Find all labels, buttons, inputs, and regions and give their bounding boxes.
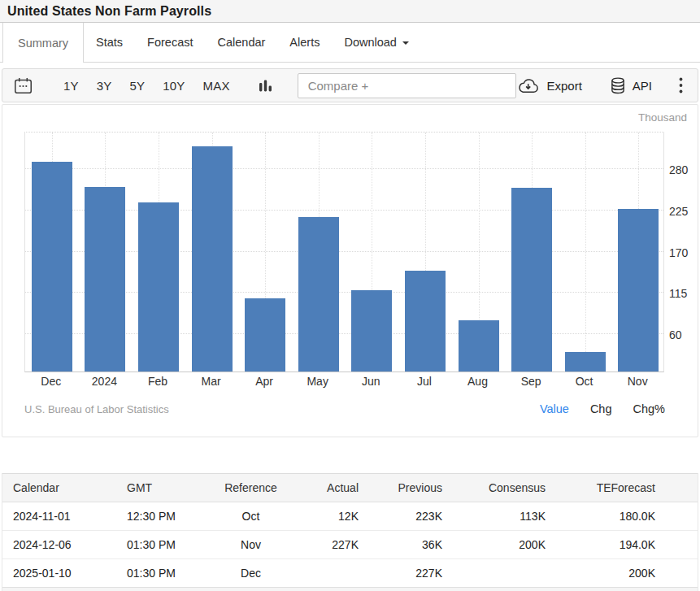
chart-bar[interactable] bbox=[511, 188, 552, 372]
table-cell: 01:30 PM bbox=[115, 559, 204, 588]
tab-calendar[interactable]: Calendar bbox=[206, 23, 278, 62]
chart-bar[interactable] bbox=[405, 271, 446, 372]
h-gridline bbox=[25, 168, 663, 169]
table-cell: 113K bbox=[446, 502, 550, 531]
chart-bar[interactable] bbox=[192, 146, 233, 372]
table-column-header: Actual bbox=[298, 474, 363, 502]
toolbar-right-group: Export API bbox=[517, 77, 686, 94]
table-cell bbox=[446, 559, 550, 588]
table-cell: 2024-12-06 bbox=[2, 531, 115, 559]
table-row[interactable]: 2024-12-0601:30 PMNov227K36K200K194.0K bbox=[2, 531, 698, 559]
chart-bar[interactable] bbox=[298, 217, 339, 372]
range-1y-button[interactable]: 1Y bbox=[54, 79, 88, 93]
table-cell: 227K bbox=[363, 559, 446, 588]
table-cell: 12K bbox=[298, 502, 363, 531]
v-gridline bbox=[585, 133, 586, 372]
date-range-picker-button[interactable] bbox=[14, 77, 33, 94]
x-tick-label: 2024 bbox=[78, 375, 132, 388]
table-column-header: Previous bbox=[363, 474, 446, 502]
chart-bar[interactable] bbox=[138, 202, 179, 372]
value-mode-link[interactable]: Value bbox=[540, 402, 569, 415]
chgpct-mode-link[interactable]: Chg% bbox=[633, 402, 666, 415]
table-cell bbox=[298, 559, 363, 588]
chart-bar[interactable] bbox=[85, 187, 125, 372]
tab-summary[interactable]: Summary bbox=[2, 23, 84, 63]
kebab-menu-icon bbox=[679, 77, 683, 93]
api-button[interactable]: API bbox=[611, 77, 652, 94]
table-bottom-strip bbox=[2, 588, 698, 591]
chart-type-button[interactable] bbox=[259, 79, 272, 93]
chart-plot bbox=[24, 132, 664, 372]
table-cell: 227K bbox=[298, 531, 363, 559]
range-3y-button[interactable]: 3Y bbox=[88, 79, 121, 93]
chevron-down-icon bbox=[402, 41, 409, 45]
source-attribution: U.S. Bureau of Labor Statistics bbox=[24, 403, 169, 415]
range-5y-button[interactable]: 5Y bbox=[121, 79, 154, 93]
chart-bar[interactable] bbox=[245, 298, 285, 372]
table-cell: 2025-01-10 bbox=[2, 559, 115, 588]
chart-card: Thousand 60115170225280 Dec2024FebMarApr… bbox=[2, 104, 698, 437]
table-cell: 12:30 PM bbox=[115, 502, 204, 531]
table-row[interactable]: 2025-01-1001:30 PMDec227K200K bbox=[2, 559, 698, 588]
database-icon bbox=[611, 77, 625, 94]
series-mode-links: Value Chg Chg% bbox=[540, 402, 665, 415]
table-cell: 223K bbox=[363, 502, 446, 531]
tab-bar: Summary Stats Forecast Calendar Alerts D… bbox=[0, 23, 700, 63]
y-tick-label: 225 bbox=[669, 205, 688, 218]
table-cell: Nov bbox=[204, 531, 298, 559]
table-column-header: Consensus bbox=[446, 474, 550, 502]
range-selector: 1Y 3Y 5Y 10Y MAX bbox=[54, 79, 239, 93]
range-10y-button[interactable]: 10Y bbox=[154, 79, 193, 93]
table-header: CalendarGMTReferenceActualPreviousConsen… bbox=[2, 474, 698, 502]
range-max-button[interactable]: MAX bbox=[194, 79, 239, 93]
tab-stats[interactable]: Stats bbox=[84, 23, 135, 62]
x-tick-label: Jun bbox=[345, 375, 398, 388]
chart-toolbar: 1Y 3Y 5Y 10Y MAX Export bbox=[2, 68, 698, 102]
export-button[interactable]: Export bbox=[517, 78, 581, 93]
chg-mode-link[interactable]: Chg bbox=[590, 402, 612, 415]
tab-forecast[interactable]: Forecast bbox=[135, 23, 205, 62]
title-bar: United States Non Farm Payrolls bbox=[0, 0, 700, 23]
table-column-header: Calendar bbox=[2, 474, 115, 502]
table-cell: 2024-11-01 bbox=[2, 502, 115, 531]
y-axis-unit-label: Thousand bbox=[638, 111, 687, 124]
y-axis-labels: 60115170225280 bbox=[669, 133, 700, 373]
x-tick-label: Mar bbox=[185, 375, 238, 388]
page: United States Non Farm Payrolls Summary … bbox=[0, 0, 700, 591]
table-column-header: Reference bbox=[204, 474, 298, 502]
table-cell: 200K bbox=[446, 531, 550, 559]
chart-bar[interactable] bbox=[618, 209, 659, 372]
tab-alerts[interactable]: Alerts bbox=[277, 23, 332, 62]
chart-bar[interactable] bbox=[565, 352, 606, 372]
tab-download[interactable]: Download bbox=[332, 23, 421, 62]
table-cell: 180.0K bbox=[550, 502, 659, 531]
bar-chart-type-icon bbox=[259, 79, 272, 93]
compare-input[interactable] bbox=[298, 73, 516, 98]
chart-footer: U.S. Bureau of Labor Statistics Value Ch… bbox=[24, 402, 665, 415]
chart-bar[interactable] bbox=[351, 290, 392, 372]
x-tick-label: Nov bbox=[611, 375, 664, 388]
calendar-table-wrap: CalendarGMTReferenceActualPreviousConsen… bbox=[2, 473, 698, 591]
x-tick-label: May bbox=[291, 375, 345, 388]
chart-bar[interactable] bbox=[459, 320, 499, 372]
page-title: United States Non Farm Payrolls bbox=[7, 4, 211, 19]
table-column-header: GMT bbox=[115, 474, 204, 502]
calendar-icon bbox=[14, 77, 33, 94]
table-cell-filler bbox=[659, 531, 698, 559]
table-cell-filler bbox=[659, 559, 698, 588]
table-cell: 194.0K bbox=[550, 531, 659, 559]
y-tick-label: 115 bbox=[669, 287, 687, 300]
table-cell: 36K bbox=[363, 531, 446, 559]
y-tick-label: 170 bbox=[669, 246, 688, 259]
table-row[interactable]: 2024-11-0112:30 PMOct12K223K113K180.0K bbox=[2, 502, 698, 531]
y-tick-label: 280 bbox=[669, 163, 688, 176]
chart-bar[interactable] bbox=[32, 162, 72, 372]
more-options-button[interactable] bbox=[679, 77, 683, 93]
x-tick-label: Dec bbox=[24, 375, 78, 388]
api-label: API bbox=[633, 79, 652, 93]
table-column-header: TEForecast bbox=[550, 474, 659, 502]
table-cell: Oct bbox=[204, 502, 298, 531]
x-tick-label: Feb bbox=[131, 375, 185, 388]
table-body: 2024-11-0112:30 PMOct12K223K113K180.0K20… bbox=[2, 502, 698, 588]
x-tick-label: Aug bbox=[451, 375, 505, 388]
